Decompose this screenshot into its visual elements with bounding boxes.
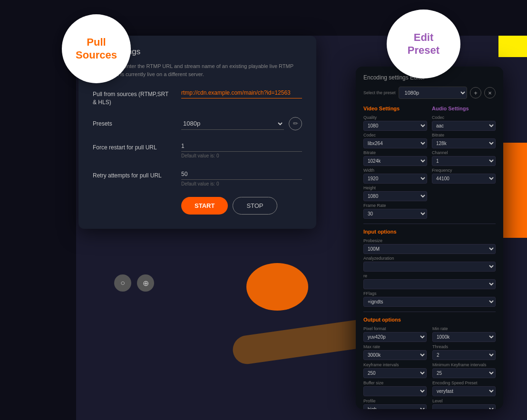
field-quality: Quality 1080 <box>363 115 427 131</box>
field-width: Width 1920 <box>363 168 427 184</box>
channel-select[interactable]: 1 <box>432 156 496 166</box>
force-restart-input-wrap: Default value is: 0 <box>181 141 302 158</box>
force-restart-label: Force restart for pull URL <box>93 141 174 152</box>
pull-from-sources-input-wrap <box>181 88 302 98</box>
field-threads: Threads 2 <box>432 344 496 360</box>
avatar-icon-2[interactable]: ⊕ <box>137 274 154 292</box>
field-probesize: Probesize 100M <box>363 238 496 254</box>
field-keyframe-intervals: Keyframe intervals 250 <box>363 362 427 378</box>
edit-preset-label: Edit Preset <box>408 31 439 57</box>
output-fields: Pixel format yuv420p Min rate 1000k Max … <box>363 326 496 409</box>
video-settings-section: Video Settings Quality 1080 Codec libx26… <box>363 106 427 219</box>
pull-from-sources-row: Pull from sources (RTMP,SRT & HLS) <box>93 88 302 107</box>
field-bitrate-video: Bitrate 1024k <box>363 150 427 166</box>
buffer-size-select[interactable] <box>363 386 427 396</box>
input-section-title: Input options <box>363 229 496 234</box>
encoding-speed-select[interactable]: veryfast <box>432 386 496 396</box>
retry-attempts-hint: Default value is: 0 <box>181 181 302 186</box>
add-preset-button[interactable]: + <box>470 87 481 98</box>
max-rate-select[interactable]: 3000k <box>363 350 427 360</box>
framerate-select[interactable]: 30 <box>363 209 427 219</box>
encoding-preset-select[interactable]: 1080p 720p <box>399 87 467 99</box>
field-framerate: Frame Rate 30 <box>363 203 427 219</box>
min-rate-select[interactable]: 1000k <box>432 332 496 342</box>
threads-select[interactable]: 2 <box>432 350 496 360</box>
video-codec-select[interactable]: libx264 <box>363 138 427 148</box>
field-min-rate: Min rate 1000k <box>432 326 496 342</box>
field-analyzeduration: Analyzeduration <box>363 256 496 272</box>
pull-sources-bubble[interactable]: Pull Sources <box>62 14 131 83</box>
video-audio-section: Video Settings Quality 1080 Codec libx26… <box>363 106 496 219</box>
divider-2 <box>363 312 496 312</box>
encoding-preset-label: Select the preset <box>363 90 396 95</box>
field-codec-audio: Codec aac <box>432 115 496 131</box>
presets-input-wrap: 1080p 720p 480p ✏ <box>181 117 302 130</box>
field-encoding-speed: Encoding Speed Preset veryfast <box>432 381 496 396</box>
quality-select[interactable]: 1080 <box>363 121 427 131</box>
field-pixel-format: Pixel format yuv420p <box>363 326 427 342</box>
audio-fields: Codec aac Bitrate 128k Channel 1 Frequen… <box>432 115 496 184</box>
presets-label: Presets <box>93 117 174 128</box>
pull-sources-label: Pull Sources <box>76 36 117 61</box>
input-options-section: Input options Probesize 100M Analyzedura… <box>363 229 496 307</box>
audio-codec-select[interactable]: aac <box>432 121 496 131</box>
field-level: Level <box>432 399 496 409</box>
output-options-section: Output options Pixel format yuv420p Min … <box>363 317 496 409</box>
output-section-title: Output options <box>363 317 496 322</box>
min-keyframe-select[interactable]: 25 <box>432 368 496 378</box>
field-buffer-size: Buffer size <box>363 381 427 396</box>
presets-row: Presets 1080p 720p 480p ✏ <box>93 117 302 130</box>
action-buttons-row: START STOP <box>181 197 302 215</box>
analyzeduration-select[interactable] <box>363 262 496 272</box>
force-restart-hint: Default value is: 0 <box>181 153 302 158</box>
divider-1 <box>363 224 496 224</box>
field-profile: Profile high <box>363 399 427 409</box>
field-height: Height 1080 <box>363 186 427 201</box>
retry-attempts-label: Retry attempts for pull URL <box>93 169 174 180</box>
re-select[interactable] <box>363 279 496 289</box>
force-restart-row: Force restart for pull URL Default value… <box>93 141 302 158</box>
fflags-select[interactable]: +igndts <box>363 297 496 307</box>
audio-bitrate-select[interactable]: 128k <box>432 138 496 148</box>
audio-section-title: Audio Settings <box>432 106 496 111</box>
pull-from-sources-label: Pull from sources (RTMP,SRT & HLS) <box>93 88 174 107</box>
retry-attempts-input[interactable] <box>181 169 302 180</box>
probesize-select[interactable]: 100M <box>363 244 496 254</box>
audio-settings-section: Audio Settings Codec aac Bitrate 128k Ch… <box>432 106 496 219</box>
field-min-keyframe-intervals: Minimum Keyframe intervals 25 <box>432 362 496 378</box>
presets-select[interactable]: 1080p 720p 480p <box>181 117 284 130</box>
orange-blob-decoration <box>246 263 308 311</box>
field-fflags: FFlags +igndts <box>363 291 496 307</box>
video-bitrate-select[interactable]: 1024k <box>363 156 427 166</box>
width-select[interactable]: 1920 <box>363 174 427 184</box>
bottom-icon-row: ○ ⊕ <box>114 274 154 292</box>
preset-row: 1080p 720p 480p ✏ <box>181 117 302 130</box>
retry-attempts-input-wrap: Default value is: 0 <box>181 169 302 186</box>
retry-attempts-row: Retry attempts for pull URL Default valu… <box>93 169 302 186</box>
field-channel: Channel 1 <box>432 150 496 166</box>
field-frequency: Frequency 44100 <box>432 168 496 184</box>
encoding-settings-panel: Encoding settings Editor Select the pres… <box>356 67 503 409</box>
frequency-select[interactable]: 44100 <box>432 174 496 184</box>
field-re: re <box>363 273 496 289</box>
encoding-preset-selector-row: Select the preset 1080p 720p + × <box>363 87 496 99</box>
avatar-icon-1[interactable]: ○ <box>114 274 131 292</box>
field-codec-video: Codec libx264 <box>363 133 427 148</box>
level-select[interactable] <box>432 404 496 409</box>
stop-button[interactable]: STOP <box>233 197 277 215</box>
force-restart-input[interactable] <box>181 141 302 152</box>
pull-from-sources-input[interactable] <box>181 88 302 98</box>
height-select[interactable]: 1080 <box>363 191 427 201</box>
field-bitrate-audio: Bitrate 128k <box>432 133 496 148</box>
keyframe-intervals-select[interactable]: 250 <box>363 368 427 378</box>
profile-select[interactable]: high <box>363 404 427 409</box>
start-button[interactable]: START <box>181 197 228 215</box>
video-section-title: Video Settings <box>363 106 427 111</box>
video-fields: Quality 1080 Codec libx264 Bitrate 1024k… <box>363 115 427 219</box>
preset-edit-button[interactable]: ✏ <box>289 117 302 130</box>
delete-preset-button[interactable]: × <box>484 87 496 98</box>
field-max-rate: Max rate 3000k <box>363 344 427 360</box>
input-fields: Probesize 100M Analyzeduration re FFlags… <box>363 238 496 307</box>
pixel-format-select[interactable]: yuv420p <box>363 332 427 342</box>
edit-preset-bubble[interactable]: Edit Preset <box>387 10 460 78</box>
